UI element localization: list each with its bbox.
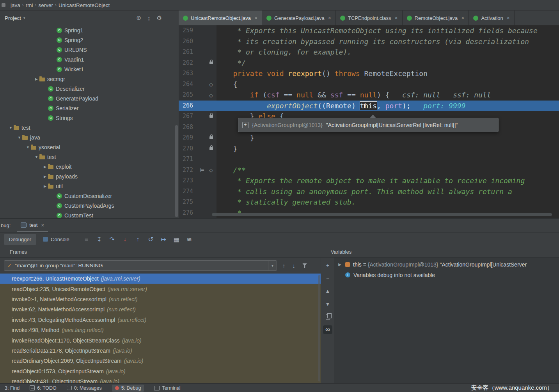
frame-row[interactable]: readObject0:1573, ObjectInputStream (jav… bbox=[0, 366, 321, 376]
tree-item-customdeserializer[interactable]: CustomDeserializer bbox=[0, 191, 179, 201]
chevron-down-icon[interactable]: ▼ bbox=[25, 145, 31, 149]
code-text[interactable]: exportObject((Remote) this, port); port:… bbox=[217, 101, 559, 111]
line-gutter[interactable] bbox=[197, 47, 217, 58]
diamond-icon[interactable] bbox=[209, 81, 213, 88]
chevron-right-icon[interactable]: ▶ bbox=[42, 175, 48, 178]
close-icon[interactable]: × bbox=[461, 15, 464, 21]
frames-scrollbar[interactable] bbox=[318, 275, 320, 381]
line-gutter[interactable] bbox=[197, 197, 217, 208]
menu-icon[interactable]: ≡ bbox=[81, 236, 92, 243]
line-gutter[interactable] bbox=[197, 186, 217, 197]
arrow-up-icon[interactable]: ↑ bbox=[282, 262, 286, 269]
tree-item-serializer[interactable]: Serializer bbox=[0, 103, 179, 113]
close-icon[interactable]: × bbox=[254, 15, 257, 21]
variable-row-this[interactable]: ▶ this = {ActivationGroupImpl@1013} "Act… bbox=[334, 259, 559, 270]
close-icon[interactable]: × bbox=[41, 222, 44, 228]
line-gutter[interactable] bbox=[197, 25, 217, 36]
line-number[interactable]: 275 bbox=[179, 197, 197, 208]
line-number[interactable]: 263 bbox=[179, 68, 197, 79]
view-table-icon[interactable]: ▦ bbox=[171, 236, 182, 243]
tree-item-java[interactable]: ▼java bbox=[0, 132, 179, 142]
line-gutter[interactable] bbox=[197, 79, 217, 90]
tree-item-urldns[interactable]: URLDNS bbox=[0, 45, 179, 55]
line-gutter[interactable] bbox=[197, 165, 217, 176]
line-gutter[interactable] bbox=[197, 101, 217, 111]
breadcrumb-item[interactable]: UnicastRemoteObject bbox=[59, 2, 110, 8]
step-over-icon[interactable]: ↷ bbox=[107, 236, 117, 243]
tree-item-wicket1[interactable]: Wicket1 bbox=[0, 64, 179, 74]
project-scrollbar[interactable] bbox=[175, 125, 178, 217]
chevron-down-icon[interactable]: ▾ bbox=[268, 261, 277, 270]
tree-item-customtest[interactable]: CustomTest bbox=[0, 210, 179, 218]
line-number[interactable]: 262 bbox=[179, 58, 197, 69]
code-text[interactable]: /** bbox=[217, 165, 559, 176]
line-number[interactable]: 264 bbox=[179, 79, 197, 90]
line-number[interactable]: 260 bbox=[179, 36, 197, 47]
breadcrumb-item[interactable]: java bbox=[11, 2, 20, 8]
line-number[interactable]: 259 bbox=[179, 25, 197, 36]
hide-panel-icon[interactable]: — bbox=[168, 15, 174, 21]
code-text[interactable]: */ bbox=[217, 58, 559, 69]
code-text[interactable] bbox=[217, 154, 559, 165]
locate-icon[interactable]: ⊕ bbox=[136, 14, 141, 21]
code-text[interactable]: { bbox=[217, 79, 559, 90]
line-gutter[interactable] bbox=[197, 122, 217, 133]
tab-RemoteObject.java[interactable]: RemoteObject.java× bbox=[403, 11, 469, 25]
line-number[interactable]: 271 bbox=[179, 154, 197, 165]
line-number[interactable]: 265 bbox=[179, 90, 197, 101]
line-number[interactable]: 270 bbox=[179, 143, 197, 154]
code-text[interactable]: } bbox=[217, 132, 559, 143]
chevron-down-icon[interactable]: ▾ bbox=[23, 16, 25, 20]
show-execution-point-icon[interactable]: ↧ bbox=[94, 236, 105, 243]
code-text[interactable]: } bbox=[217, 143, 559, 154]
tree-item-strings[interactable]: Strings bbox=[0, 113, 179, 123]
statusbar-item-5-debug[interactable]: 5: Debug bbox=[112, 385, 144, 392]
line-number[interactable]: 266 bbox=[179, 101, 197, 111]
line-gutter[interactable] bbox=[197, 68, 217, 79]
frame-row[interactable]: invoke:43, DelegatingMethodAccessorImpl … bbox=[0, 315, 321, 325]
expand-icon[interactable]: + bbox=[242, 122, 248, 128]
statusbar-item-terminal[interactable]: Terminal bbox=[154, 385, 180, 391]
expand-arrow-icon[interactable]: ▶ bbox=[337, 262, 343, 267]
frame-row[interactable]: invoke:62, NativeMethodAccessorImpl (sun… bbox=[0, 304, 321, 314]
tree-item-generatepayload[interactable]: GeneratePayload bbox=[0, 94, 179, 103]
line-gutter[interactable] bbox=[197, 175, 217, 186]
move-down-icon[interactable]: ▼ bbox=[323, 300, 332, 308]
tree-item-deserializer[interactable]: Deserializer bbox=[0, 84, 179, 94]
tree-item-payloads[interactable]: ▶payloads bbox=[0, 171, 179, 181]
line-number[interactable]: 261 bbox=[179, 47, 197, 58]
frame-row[interactable]: readOrdinaryObject:2069, ObjectInputStre… bbox=[0, 356, 321, 366]
line-gutter[interactable] bbox=[197, 154, 217, 165]
tab-UnicastRemoteObject.java[interactable]: UnicastRemoteObject.java× bbox=[179, 11, 262, 25]
line-number[interactable]: 276 bbox=[179, 208, 197, 219]
line-number[interactable]: 267 bbox=[179, 111, 197, 122]
breadcrumb-item[interactable]: rmi bbox=[26, 2, 33, 8]
filter-icon[interactable] bbox=[302, 263, 307, 268]
tab-TCPEndpoint.class[interactable]: TCPEndpoint.class× bbox=[336, 11, 403, 25]
inline-values-icon[interactable]: ∞ bbox=[323, 325, 332, 334]
tree-item-exploit[interactable]: ▶exploit bbox=[0, 162, 179, 171]
line-number[interactable]: 274 bbox=[179, 186, 197, 197]
thread-selector[interactable]: ✓ "main"@1 in group "main": RUNNING ▾ bbox=[4, 260, 277, 271]
layout-settings-icon[interactable]: ≋ bbox=[184, 236, 195, 243]
chevron-right-icon[interactable]: ▶ bbox=[34, 77, 39, 81]
line-gutter[interactable] bbox=[197, 90, 217, 101]
line-gutter[interactable] bbox=[197, 111, 217, 122]
step-into-icon[interactable]: ↓ bbox=[120, 236, 130, 243]
project-panel-title[interactable]: Project bbox=[5, 15, 21, 21]
code-text[interactable]: if (csf == null && ssf == null) { csf: n… bbox=[217, 90, 559, 101]
chevron-right-icon[interactable]: ▶ bbox=[42, 184, 48, 188]
line-gutter[interactable] bbox=[197, 143, 217, 154]
frame-row[interactable]: readObject:431, ObjectInputStream (java.… bbox=[0, 376, 321, 383]
frame-row[interactable]: invokeReadObject:1170, ObjectStreamClass… bbox=[0, 335, 321, 345]
diamond-icon[interactable] bbox=[209, 166, 213, 173]
bars-icon[interactable] bbox=[200, 166, 204, 173]
code-text[interactable]: * calls using an anonymous port. This me… bbox=[217, 186, 559, 197]
drop-frame-icon[interactable]: ↺ bbox=[146, 236, 156, 243]
tree-item-util[interactable]: ▶util bbox=[0, 181, 179, 191]
add-icon[interactable]: + bbox=[323, 261, 332, 270]
chevron-right-icon[interactable]: ▶ bbox=[42, 165, 48, 169]
move-up-icon[interactable]: ▲ bbox=[323, 287, 332, 295]
frame-row[interactable]: invoke0:-1, NativeMethodAccessorImpl (su… bbox=[0, 294, 321, 304]
debug-session-tab[interactable]: test × bbox=[17, 219, 48, 232]
